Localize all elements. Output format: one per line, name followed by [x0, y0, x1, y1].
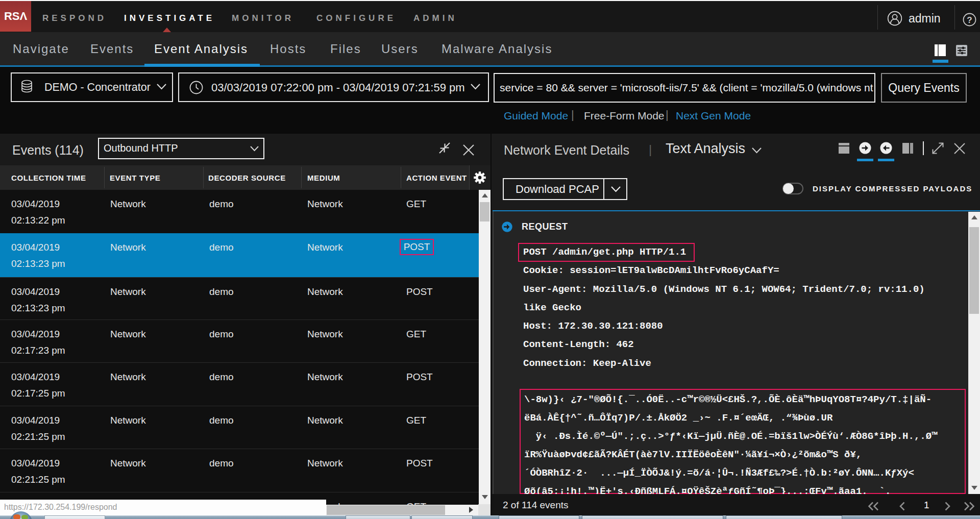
svg-text:?: ? — [967, 15, 972, 25]
